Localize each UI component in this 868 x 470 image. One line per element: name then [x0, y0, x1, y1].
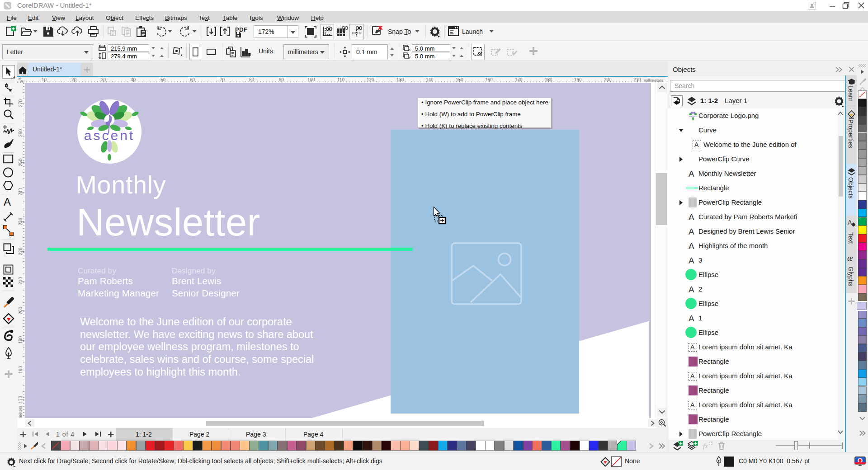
svg-text:æ: æ — [847, 254, 853, 263]
svg-text:fx: fx — [703, 442, 708, 450]
svg-text:x: x — [409, 47, 410, 51]
svg-text:y: y — [409, 55, 410, 59]
